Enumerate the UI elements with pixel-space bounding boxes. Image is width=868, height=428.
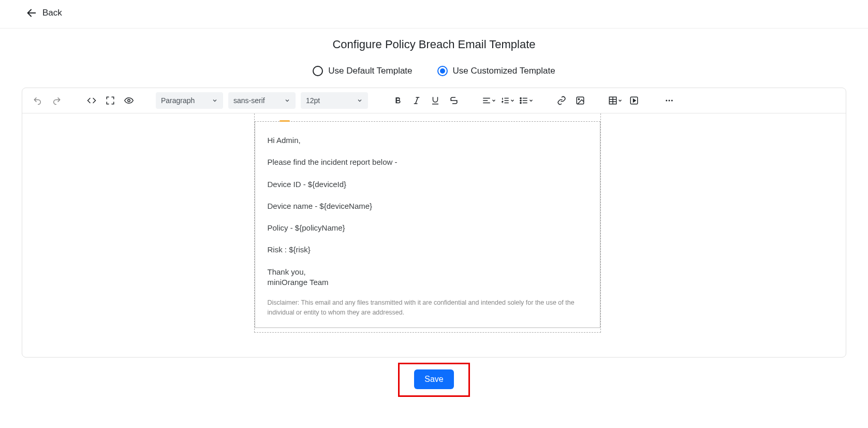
block-format-select[interactable]: Paragraph [156,92,223,109]
source-code-button[interactable] [83,92,100,109]
svg-line-4 [416,97,418,104]
code-icon [87,96,96,105]
fullscreen-icon [106,96,115,105]
bullet-list-icon [519,96,528,105]
svg-point-20 [578,98,579,99]
eye-icon [124,96,134,105]
save-button[interactable]: Save [414,369,453,389]
undo-icon [33,96,42,105]
radio-indicator [313,66,323,76]
bold-button[interactable] [390,92,406,109]
back-label: Back [42,8,62,18]
undo-button[interactable] [30,92,46,109]
italic-button[interactable] [408,92,425,109]
chevron-down-icon [284,97,290,104]
svg-point-29 [671,100,673,102]
email-closing-team: miniOrange Team [268,277,587,288]
chevron-down-icon [491,98,496,103]
chevron-down-icon [357,97,363,104]
email-closing-thanks: Thank you, [268,267,587,277]
email-intro: Please find the incident report below - [268,157,587,167]
arrow-left-icon [26,7,37,19]
svg-point-18 [520,102,521,103]
font-size-value: 12pt [306,96,320,105]
email-field-risk: Risk : ${risk} [268,245,587,255]
underline-icon [431,96,440,105]
editor-toolbar: Paragraph sans-serif 12pt [22,88,846,113]
fullscreen-button[interactable] [102,92,119,109]
strikethrough-icon [449,96,459,105]
radio-default-template[interactable]: Use Default Template [313,66,412,76]
align-dropdown[interactable] [481,92,497,109]
svg-point-27 [666,100,667,102]
media-icon [629,96,639,105]
back-button[interactable]: Back [26,7,62,19]
svg-point-16 [520,97,521,98]
preview-button[interactable] [121,92,137,109]
link-button[interactable] [553,92,570,109]
radio-label: Use Default Template [328,66,412,76]
ordered-list-icon [501,96,510,105]
media-button[interactable] [626,92,642,109]
email-body[interactable]: Hi Admin, Please find the incident repor… [255,122,600,328]
svg-point-1 [128,99,130,102]
underline-button[interactable] [427,92,444,109]
numbered-list-dropdown[interactable] [499,92,516,109]
email-header-strip [255,113,600,122]
svg-point-17 [520,100,521,101]
radio-customized-template[interactable]: Use Customized Template [437,66,555,76]
redo-button[interactable] [48,92,65,109]
chevron-down-icon [510,98,515,103]
ellipsis-icon [665,96,674,105]
email-field-device-name: Device name - ${deviceName} [268,201,587,211]
page-title: Configure Policy Breach Email Template [0,38,868,51]
svg-marker-26 [634,99,636,102]
email-field-policy: Policy - ${policyName} [268,223,587,233]
table-dropdown[interactable] [607,92,624,109]
chevron-down-icon [528,98,534,103]
chevron-down-icon [617,98,623,103]
email-disclaimer: Disclaimer: This email and any files tra… [268,298,587,318]
rich-text-editor: Paragraph sans-serif 12pt [22,88,846,358]
link-icon [557,96,566,105]
more-button[interactable] [661,92,678,109]
font-family-value: sans-serif [233,96,265,105]
redo-icon [52,96,61,105]
email-greeting: Hi Admin, [268,135,587,146]
font-size-select[interactable]: 12pt [301,92,368,109]
svg-point-28 [669,100,670,102]
bold-icon [393,96,403,105]
radio-indicator-selected [437,66,448,76]
email-field-device-id: Device ID - ${deviceId} [268,179,587,190]
radio-label: Use Customized Template [453,66,555,76]
font-family-select[interactable]: sans-serif [228,92,296,109]
email-template-preview: Hi Admin, Please find the incident repor… [254,113,601,333]
bullet-list-dropdown[interactable] [518,92,535,109]
image-icon [576,96,585,105]
chevron-down-icon [212,97,218,104]
strikethrough-button[interactable] [446,92,462,109]
italic-icon [412,96,421,105]
block-format-value: Paragraph [161,96,195,105]
align-left-icon [482,96,491,105]
save-highlight-frame: Save [398,363,469,397]
image-button[interactable] [572,92,589,109]
editor-content-area[interactable]: Hi Admin, Please find the incident repor… [22,113,846,357]
table-icon [608,96,617,105]
